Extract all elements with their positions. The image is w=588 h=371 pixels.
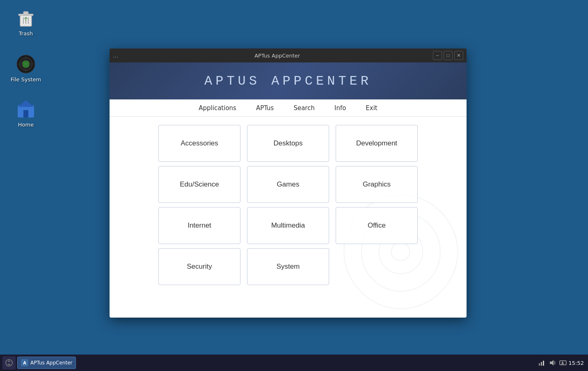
category-eduscience[interactable]: Edu/Science: [158, 166, 240, 203]
systray: A: [538, 359, 567, 367]
app-title: APTUS APPCENTER: [204, 74, 372, 89]
taskbar-start-button[interactable]: [2, 356, 16, 369]
volume-icon: [549, 359, 556, 366]
home-icon: [15, 99, 37, 120]
maximize-button[interactable]: □: [444, 51, 453, 60]
svg-rect-18: [543, 361, 544, 366]
taskbar-app-icon: A: [21, 359, 28, 366]
category-games[interactable]: Games: [247, 166, 329, 203]
categories-grid: Accessories Desktops Development Edu/Sci…: [110, 117, 467, 293]
keyboard-tray-icon[interactable]: A: [559, 359, 567, 367]
category-multimedia[interactable]: Multimedia: [247, 207, 329, 244]
window-controls: – □ ✕: [433, 51, 463, 60]
category-development[interactable]: Development: [336, 125, 418, 162]
taskbar-appcenter-button[interactable]: A APTus AppCenter: [17, 357, 76, 369]
category-graphics[interactable]: Graphics: [336, 166, 418, 203]
titlebar-dots: ...: [113, 52, 118, 59]
network-icon: [538, 359, 545, 366]
menu-exit[interactable]: Exit: [364, 102, 379, 114]
menu-bar: Applications APTus Search Info Exit: [110, 99, 467, 117]
start-icon: [5, 359, 13, 367]
taskbar: A APTus AppCenter A 15:52: [0, 355, 588, 371]
appcenter-window: ... APTus AppCenter – □ ✕ APTUS APPCENTE…: [110, 48, 467, 318]
svg-marker-19: [550, 360, 554, 366]
menu-search[interactable]: Search: [292, 102, 316, 114]
close-button[interactable]: ✕: [454, 51, 463, 60]
trash-label: Trash: [19, 30, 33, 37]
network-tray-icon[interactable]: [538, 359, 546, 367]
minimize-button[interactable]: –: [433, 51, 442, 60]
svg-text:A: A: [561, 362, 564, 365]
category-system[interactable]: System: [247, 248, 329, 285]
home-icon-desktop[interactable]: Home: [7, 99, 44, 128]
category-internet[interactable]: Internet: [158, 207, 240, 244]
menu-aptus[interactable]: APTus: [254, 102, 276, 114]
window-title: APTus AppCenter: [121, 53, 433, 59]
keyboard-icon: A: [559, 359, 567, 366]
category-security[interactable]: Security: [158, 248, 240, 285]
categories-area: Accessories Desktops Development Edu/Sci…: [110, 117, 467, 318]
menu-info[interactable]: Info: [333, 102, 348, 114]
trash-icon: [15, 7, 37, 29]
trash-icon-desktop[interactable]: Trash: [7, 7, 44, 37]
volume-tray-icon[interactable]: [548, 359, 556, 367]
category-office[interactable]: Office: [336, 207, 418, 244]
category-accessories[interactable]: Accessories: [158, 125, 240, 162]
filesystem-icon: [15, 53, 37, 75]
app-content: APTUS APPCENTER Applications APTus Searc…: [110, 62, 467, 318]
svg-rect-17: [541, 362, 542, 366]
taskbar-time: 15:52: [569, 360, 584, 366]
category-desktops[interactable]: Desktops: [247, 125, 329, 162]
filesystem-label: File System: [11, 76, 41, 83]
app-header: APTUS APPCENTER: [110, 62, 467, 99]
taskbar-app-label: APTus AppCenter: [30, 360, 72, 366]
filesystem-icon-desktop[interactable]: File System: [7, 53, 44, 83]
menu-applications[interactable]: Applications: [197, 102, 238, 114]
svg-marker-13: [18, 100, 34, 107]
svg-rect-14: [23, 110, 28, 118]
home-label: Home: [18, 122, 34, 128]
svg-rect-2: [23, 12, 28, 15]
svg-rect-16: [539, 363, 540, 366]
titlebar: ... APTus AppCenter – □ ✕: [110, 48, 467, 62]
